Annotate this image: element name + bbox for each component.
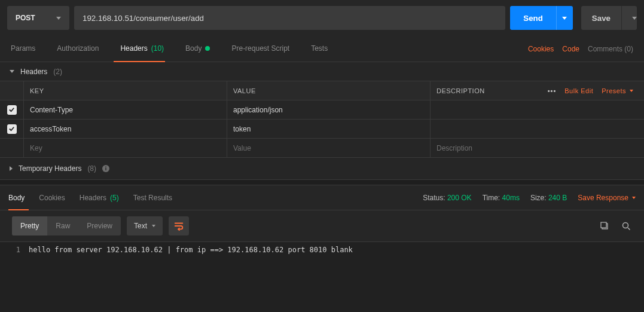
tab-resp-body[interactable]: Body bbox=[8, 194, 25, 202]
http-method-select[interactable]: POST bbox=[7, 6, 69, 30]
tab-resp-tests[interactable]: Test Results bbox=[133, 194, 172, 202]
presets-dropdown[interactable]: Presets bbox=[602, 87, 633, 94]
tab-prerequest[interactable]: Pre-request Script bbox=[231, 36, 289, 62]
col-key: KEY bbox=[24, 81, 227, 100]
view-mode-segment: Pretty Raw Preview bbox=[12, 216, 121, 235]
table-row: Content-Type application/json bbox=[0, 100, 644, 120]
svg-rect-1 bbox=[601, 222, 606, 228]
view-preview[interactable]: Preview bbox=[78, 216, 121, 235]
bulk-edit-link[interactable]: Bulk Edit bbox=[564, 87, 593, 94]
table-row: accessToken token bbox=[0, 120, 644, 139]
checkbox[interactable] bbox=[7, 124, 17, 134]
col-description: DESCRIPTION bbox=[437, 87, 485, 94]
more-icon[interactable]: ••• bbox=[548, 87, 557, 94]
col-value: VALUE bbox=[227, 81, 431, 100]
tab-resp-headers[interactable]: Headers (5) bbox=[80, 194, 119, 202]
chevron-down-icon bbox=[632, 17, 637, 20]
content-type-select[interactable]: Text bbox=[127, 216, 163, 235]
view-raw[interactable]: Raw bbox=[47, 216, 78, 235]
tab-tests[interactable]: Tests bbox=[311, 36, 328, 62]
save-button[interactable]: Save bbox=[581, 6, 621, 30]
response-body-viewer[interactable]: 1 hello from server 192.168.10.62 | from… bbox=[0, 241, 644, 312]
table-row-new: Key Value Description bbox=[0, 139, 644, 158]
chevron-down-icon bbox=[562, 17, 567, 20]
response-body-text: hello from server 192.168.10.62 | from i… bbox=[29, 242, 644, 312]
chevron-down-icon bbox=[152, 225, 155, 227]
chevron-down-icon bbox=[632, 197, 636, 199]
search-icon[interactable] bbox=[621, 221, 631, 231]
code-link[interactable]: Code bbox=[562, 45, 579, 53]
header-key-input[interactable]: Content-Type bbox=[24, 100, 227, 119]
triangle-down-icon bbox=[10, 70, 14, 73]
svg-point-2 bbox=[623, 223, 628, 228]
http-method-label: POST bbox=[16, 14, 35, 22]
triangle-right-icon bbox=[10, 166, 13, 171]
send-options-button[interactable] bbox=[556, 6, 573, 30]
line-number: 1 bbox=[0, 242, 29, 312]
tab-headers[interactable]: Headers (10) bbox=[120, 36, 164, 62]
header-desc-input[interactable] bbox=[431, 120, 644, 138]
checkbox[interactable] bbox=[7, 105, 17, 115]
pane-divider[interactable] bbox=[0, 179, 644, 185]
view-pretty[interactable]: Pretty bbox=[12, 216, 47, 235]
tab-resp-cookies[interactable]: Cookies bbox=[39, 194, 65, 202]
header-value-input[interactable]: token bbox=[227, 120, 431, 138]
url-input[interactable] bbox=[74, 6, 505, 30]
body-indicator-icon bbox=[205, 46, 210, 51]
header-value-input[interactable]: application/json bbox=[227, 100, 431, 119]
header-key-input[interactable]: accessToken bbox=[24, 120, 227, 138]
copy-icon[interactable] bbox=[600, 221, 609, 231]
header-desc-input[interactable] bbox=[431, 100, 644, 119]
info-icon[interactable]: i bbox=[102, 165, 109, 172]
tab-params[interactable]: Params bbox=[11, 36, 35, 62]
comments-link[interactable]: Comments (0) bbox=[588, 45, 633, 53]
status-meta: Status: 200 OK bbox=[423, 194, 471, 202]
headers-toggle[interactable]: Headers (2) bbox=[0, 62, 644, 81]
header-value-input[interactable]: Value bbox=[227, 139, 431, 157]
size-meta: Size: 240 B bbox=[530, 194, 567, 202]
time-meta: Time: 40ms bbox=[483, 194, 520, 202]
chevron-down-icon bbox=[630, 90, 633, 92]
save-options-button[interactable] bbox=[621, 6, 637, 30]
tab-authorization[interactable]: Authorization bbox=[57, 36, 99, 62]
temp-headers-toggle[interactable]: Temporary Headers (8) i bbox=[0, 158, 644, 179]
header-key-input[interactable]: Key bbox=[24, 139, 227, 157]
send-button[interactable]: Send bbox=[510, 6, 556, 30]
header-desc-input[interactable]: Description bbox=[431, 139, 644, 157]
wrap-lines-button[interactable] bbox=[169, 216, 189, 235]
headers-count: (10) bbox=[151, 44, 164, 53]
save-response-button[interactable]: Save Response bbox=[578, 194, 636, 202]
cookies-link[interactable]: Cookies bbox=[528, 45, 554, 53]
chevron-down-icon bbox=[56, 17, 61, 20]
tab-body[interactable]: Body bbox=[185, 36, 210, 62]
